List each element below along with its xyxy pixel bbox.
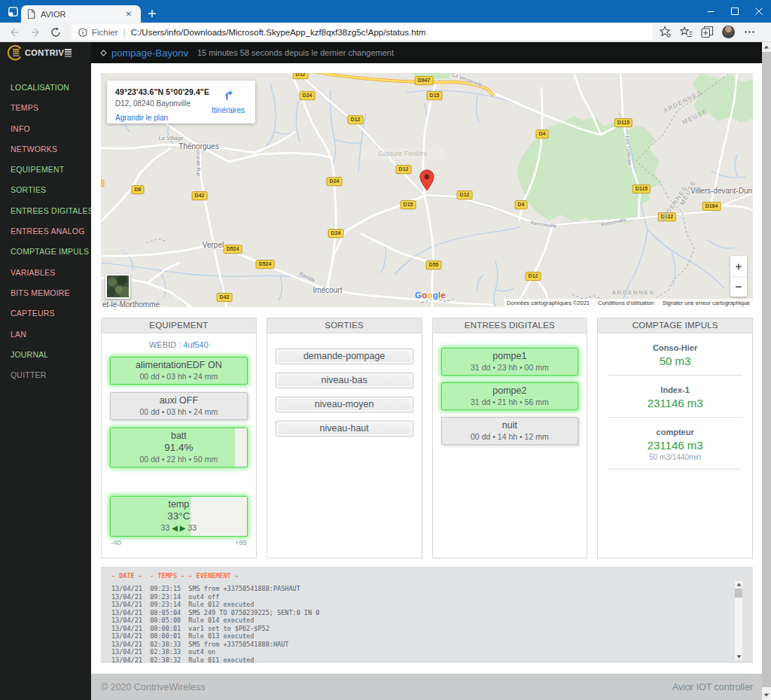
scrollbar-thumb[interactable] bbox=[762, 52, 771, 687]
status-tile-nuit[interactable]: nuit00 dd • 14 hh • 12 mm bbox=[441, 417, 579, 445]
sidebar-item-bits-memoire[interactable]: BITS MEMOIRE bbox=[11, 283, 91, 303]
maximize-button[interactable] bbox=[723, 0, 747, 23]
tile-title: auxi OFF bbox=[111, 395, 247, 406]
log-line: 13/04/21 02:38:32 Rule 011 executed bbox=[111, 656, 753, 664]
status-tile-alimentationedf-on[interactable]: alimentationEDF ON00 dd • 03 hh • 24 mm bbox=[110, 357, 248, 385]
road-badge-d524: D524 bbox=[256, 260, 275, 269]
collections-icon[interactable] bbox=[701, 26, 714, 38]
sidebar-item-journal[interactable]: JOURNAL bbox=[11, 345, 91, 365]
attribution-1[interactable]: Conditions d'utilisation bbox=[598, 300, 654, 306]
sidebar-item-variables[interactable]: VARIABLES bbox=[11, 263, 91, 283]
map-label-et-le-morthomme: et-le-Morthomme bbox=[102, 300, 160, 308]
sidebar-item-equipement[interactable]: EQUIPEMENT bbox=[11, 160, 91, 180]
sidebar-item-sorties[interactable]: SORTIES bbox=[11, 180, 91, 200]
tile-subtitle: 00 dd • 03 hh • 24 mm bbox=[111, 406, 247, 417]
page-footer: © 2020 ContriveWireless Avior IOT contro… bbox=[91, 674, 762, 700]
status-tile-batt[interactable]: batt91.4%00 dd • 22 hh • 50 mm bbox=[110, 428, 248, 467]
edge-workspaces-icon[interactable] bbox=[8, 7, 18, 17]
tile-subtitle: 33 ◀ ▶ 33 bbox=[111, 522, 247, 534]
more-menu-icon[interactable] bbox=[743, 26, 756, 38]
sidebar-item-entrees-analog[interactable]: ENTREES ANALOG bbox=[11, 221, 91, 242]
status-tile-pompe2[interactable]: pompe231 dd • 21 hh • 56 mm bbox=[441, 382, 579, 410]
minimize-button[interactable] bbox=[699, 0, 723, 23]
road-badge-d4: D4 bbox=[515, 200, 528, 209]
close-button[interactable] bbox=[747, 0, 771, 23]
sidebar-item-info[interactable]: INFO bbox=[11, 119, 91, 139]
directions-link[interactable]: Itinéraires bbox=[209, 106, 248, 114]
refresh-button[interactable] bbox=[47, 24, 64, 41]
browser-toolbar: Fichier | C:/Users/info/Downloads/Micros… bbox=[0, 23, 771, 42]
road-badge-d55: D55 bbox=[426, 260, 442, 269]
log-scrollbar-thumb[interactable] bbox=[735, 589, 742, 598]
output-button-demande-pompage[interactable]: demande-pompage bbox=[276, 348, 413, 364]
output-button-niveau-bas[interactable]: niveau-bas bbox=[276, 373, 413, 388]
attribution-2[interactable]: Signaler une erreur cartographique bbox=[663, 300, 750, 306]
tile-subtitle: 00 dd • 22 hh • 50 mm bbox=[111, 454, 247, 464]
counter-value: 50 m3 bbox=[598, 355, 752, 367]
tab-close-icon[interactable]: ✕ bbox=[123, 8, 135, 20]
road-badge-d12: D12 bbox=[293, 73, 309, 79]
panel-sorties: SORTIES demande-pompageniveau-basniveau-… bbox=[267, 318, 422, 558]
forward-button[interactable] bbox=[28, 24, 44, 41]
status-tile-temp[interactable]: temp33°C33 ◀ ▶ 33 bbox=[110, 496, 248, 537]
map-label-thénorgues: Thénorgues bbox=[178, 142, 218, 151]
sidebar-nav: LOCALISATIONTEMPSINFONETWORKSEQUIPEMENTS… bbox=[0, 63, 91, 700]
sidebar-item-quitter[interactable]: QUITTER bbox=[11, 365, 91, 385]
window-scrollbar[interactable] bbox=[762, 42, 771, 700]
satellite-view-toggle[interactable] bbox=[105, 274, 130, 299]
scroll-down-icon[interactable] bbox=[762, 690, 771, 700]
google-logo: Google bbox=[415, 291, 446, 300]
diamond-icon bbox=[100, 50, 107, 56]
window-controls bbox=[699, 0, 771, 23]
enlarge-map-link[interactable]: Agrandir le plan bbox=[115, 114, 168, 122]
road-badge-d524: D524 bbox=[224, 245, 242, 254]
map-marker[interactable] bbox=[419, 169, 434, 191]
counter-row-index-1: Index-1231146 m3 bbox=[598, 385, 752, 409]
tile-subtitle: 31 dd • 23 hh • 00 mm bbox=[442, 362, 578, 373]
sidebar-item-entrees-digitales[interactable]: ENTREES DIGITALES bbox=[11, 201, 91, 221]
brand-logo: CONTRIV bbox=[0, 42, 91, 63]
sidebar-item-localisation[interactable]: LOCALISATION bbox=[11, 78, 91, 98]
zoom-in-button[interactable]: + bbox=[730, 256, 747, 277]
event-log-scrollbar[interactable] bbox=[735, 581, 742, 660]
log-line: 13/04/21 08:00:01 Rule 013 executed bbox=[111, 632, 753, 641]
status-tile-pompe1[interactable]: pompe131 dd • 23 hh • 00 mm bbox=[441, 348, 579, 376]
device-link[interactable]: pompage-Bayonv bbox=[111, 47, 188, 59]
directions-icon[interactable] bbox=[222, 89, 234, 101]
scroll-up-icon[interactable] bbox=[762, 42, 771, 52]
event-log[interactable]: - DATE - - TEMPS - - EVENEMENT - 13/04/2… bbox=[101, 567, 753, 663]
log-scroll-down-icon[interactable] bbox=[735, 653, 742, 660]
status-tile-auxi-off[interactable]: auxi OFF00 dd • 03 hh • 24 mm bbox=[110, 392, 248, 420]
info-icon[interactable] bbox=[78, 28, 87, 37]
location-map[interactable]: Capture Fenêtre D947D12D24D15D12D12D12D1… bbox=[101, 73, 753, 307]
sidebar-item-temps[interactable]: TEMPS bbox=[11, 98, 91, 118]
webid-link[interactable]: 4uf540 bbox=[183, 340, 209, 349]
favorites-star-icon[interactable] bbox=[659, 26, 672, 38]
profile-avatar[interactable] bbox=[722, 26, 735, 38]
panel-entrees-digitales: ENTREES DIGITALES pompe131 dd • 23 hh • … bbox=[432, 318, 588, 558]
sidebar-item-comptage-impuls[interactable]: COMPTAGE IMPULS bbox=[11, 242, 91, 262]
output-button-niveau-moyen[interactable]: niveau-moyen bbox=[276, 397, 413, 412]
controller-name: Avior IOT controller bbox=[672, 682, 753, 692]
new-tab-button[interactable] bbox=[145, 6, 160, 21]
back-button[interactable] bbox=[5, 24, 22, 41]
brand-e-bars-icon bbox=[65, 48, 72, 57]
panel-equipement: EQUIPEMENT WEBID : 4uf540 alimentationED… bbox=[101, 318, 257, 558]
road-badge-d164: D164 bbox=[702, 202, 721, 211]
zoom-out-button[interactable]: − bbox=[730, 277, 747, 297]
browser-tab[interactable]: AVIOR ✕ bbox=[21, 5, 141, 23]
sidebar-item-lan[interactable]: LAN bbox=[11, 324, 91, 345]
log-scroll-up-icon[interactable] bbox=[735, 581, 742, 588]
log-line: 13/04/21 02:38:33 out4 on bbox=[111, 648, 753, 656]
screenshot-ghost-overlay: Capture Fenêtre bbox=[361, 148, 444, 160]
road-badge-d24: D24 bbox=[300, 91, 315, 100]
map-label-grande-rue: Grande Rue bbox=[196, 150, 201, 176]
sidebar-item-networks[interactable]: NETWORKS bbox=[11, 139, 91, 160]
sidebar-item-capteurs[interactable]: CAPTEURS bbox=[11, 303, 91, 324]
url-separator: | bbox=[123, 27, 126, 38]
log-line: 13/04/21 09:23:15 SMS from +33750541888:… bbox=[111, 585, 753, 593]
output-button-niveau-haut[interactable]: niveau-haut bbox=[276, 421, 413, 437]
road-badge-d12: D12 bbox=[457, 190, 473, 199]
collections-star-list-icon[interactable] bbox=[680, 26, 693, 38]
address-bar[interactable]: Fichier | C:/Users/info/Downloads/Micros… bbox=[72, 24, 653, 40]
